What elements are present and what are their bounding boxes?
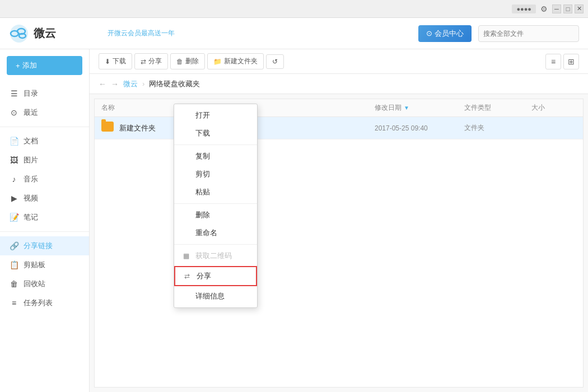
logo-text: 微云 <box>34 26 56 41</box>
ctx-open-label: 打开 <box>195 110 210 120</box>
member-center-button[interactable]: ⊙ 会员中心 <box>418 25 472 42</box>
member-icon: ⊙ <box>426 29 432 38</box>
ctx-detail-label: 详细信息 <box>195 291 225 301</box>
ctx-share-icon: ⇄ <box>184 272 192 280</box>
trash-icon: 🗑 <box>9 279 19 288</box>
sidebar-item-music[interactable]: ♪ 音乐 <box>0 170 89 189</box>
share-link-icon: 🔗 <box>9 241 19 250</box>
sidebar-item-clipboard[interactable]: 📋 剪贴板 <box>0 255 89 274</box>
settings-area: ⚙ <box>540 4 548 13</box>
settings-icon[interactable]: ⚙ <box>540 4 548 13</box>
breadcrumb-root[interactable]: 微云 <box>123 79 138 89</box>
catalog-icon: ☰ <box>9 89 19 98</box>
search-input[interactable] <box>478 25 579 42</box>
title-bar: ●●●● ⚙ ─ □ ✕ <box>0 0 588 18</box>
download-button[interactable]: ⬇ 下载 <box>99 53 132 69</box>
breadcrumb-separator: › <box>142 80 144 88</box>
video-icon: ▶ <box>9 194 19 203</box>
file-type: 文件夹 <box>464 123 531 133</box>
logo-icon <box>9 24 29 44</box>
sidebar-item-notes[interactable]: 📝 笔记 <box>0 208 89 227</box>
view-toggle: ≡ ⊞ <box>545 54 579 69</box>
ctx-paste-label: 粘贴 <box>195 187 210 197</box>
sidebar-divider-2 <box>0 231 89 232</box>
ctx-qrcode-label: 获取二维码 <box>195 251 232 261</box>
header-date[interactable]: 修改日期 ▼ <box>375 103 464 113</box>
add-label: 添加 <box>22 60 37 71</box>
file-list: 名称 修改日期 ▼ 文件类型 大小 新建文件夹 2017-05-25 09:40… <box>94 99 584 388</box>
member-label: 会员中心 <box>435 29 464 39</box>
clipboard-icon: 📋 <box>9 260 19 269</box>
sidebar-docs-label: 文档 <box>24 136 38 146</box>
ctx-share[interactable]: ⇄ 分享 <box>174 266 257 286</box>
sidebar-item-trash[interactable]: 🗑 回收站 <box>0 274 89 293</box>
back-button[interactable]: ← <box>99 80 106 88</box>
ctx-rename[interactable]: 重命名 <box>174 224 257 242</box>
ctx-delete-label: 删除 <box>195 210 210 220</box>
new-folder-button[interactable]: 📁 新建文件夹 <box>207 53 264 69</box>
ctx-open[interactable]: 打开 <box>174 106 257 124</box>
download-label: 下载 <box>113 57 126 66</box>
sidebar-divider-1 <box>0 127 89 127</box>
docs-icon: 📄 <box>9 137 19 146</box>
header-type: 文件类型 <box>464 103 531 113</box>
toolbar: ⬇ 下载 ⇄ 分享 🗑 删除 📁 新建文件夹 ↺ ≡ ⊞ <box>90 49 588 74</box>
sidebar-item-recent[interactable]: ⊙ 最近 <box>0 103 89 122</box>
ctx-cut[interactable]: 剪切 <box>174 165 257 183</box>
delete-button[interactable]: 🗑 删除 <box>170 53 205 69</box>
share-button[interactable]: ⇄ 分享 <box>134 53 168 69</box>
sidebar-item-tasks[interactable]: ≡ 任务列表 <box>0 293 89 312</box>
avatar-area: ●●●● <box>512 4 536 13</box>
sort-icon: ▼ <box>404 105 409 111</box>
sidebar-item-share[interactable]: 🔗 分享链接 <box>0 236 89 255</box>
share-icon: ⇄ <box>141 58 146 66</box>
logo-area: 微云 <box>9 24 99 44</box>
add-icon: + <box>16 62 20 70</box>
sidebar-clipboard-label: 剪贴板 <box>24 260 45 270</box>
ctx-paste[interactable]: 粘贴 <box>174 183 257 201</box>
sidebar-item-catalog[interactable]: ☰ 目录 <box>0 84 89 103</box>
context-menu: 打开 下载 复制 剪切 粘贴 删除 重命名 ▦ 获取二维码 ⇄ 分享 详细信息 <box>174 104 258 308</box>
minimize-button[interactable]: ─ <box>552 4 561 13</box>
ctx-download[interactable]: 下载 <box>174 124 257 142</box>
ctx-qrcode[interactable]: ▦ 获取二维码 <box>174 247 257 265</box>
sidebar: + 添加 ☰ 目录 ⊙ 最近 📄 文档 🖼 图片 ♪ 音乐 ▶ 视频 📝 <box>0 49 90 392</box>
refresh-button[interactable]: ↺ <box>266 54 284 69</box>
sidebar-tasks-label: 任务列表 <box>24 298 53 308</box>
sidebar-notes-label: 笔记 <box>24 212 38 222</box>
add-button[interactable]: + 添加 <box>7 56 82 75</box>
grid-view-button[interactable]: ⊞ <box>563 54 579 69</box>
forward-button[interactable]: → <box>111 80 119 88</box>
ctx-delete[interactable]: 删除 <box>174 206 257 224</box>
ctx-detail[interactable]: 详细信息 <box>174 287 257 305</box>
table-row[interactable]: 新建文件夹 2017-05-25 09:40 文件夹 <box>95 117 583 139</box>
download-icon: ⬇ <box>105 58 110 66</box>
new-folder-label: 新建文件夹 <box>224 57 258 66</box>
ctx-copy[interactable]: 复制 <box>174 147 257 165</box>
music-icon: ♪ <box>9 175 19 184</box>
sidebar-video-label: 视频 <box>24 193 38 203</box>
sidebar-trash-label: 回收站 <box>24 279 45 289</box>
ctx-rename-label: 重命名 <box>195 228 217 238</box>
new-folder-icon: 📁 <box>213 58 222 66</box>
notes-icon: 📝 <box>9 213 19 222</box>
promo-text: 开微云会员最高送一年 <box>108 29 418 38</box>
ctx-copy-label: 复制 <box>195 151 210 161</box>
window-controls: ─ □ ✕ <box>552 4 584 13</box>
images-icon: 🖼 <box>9 156 19 165</box>
close-button[interactable]: ✕ <box>575 4 584 13</box>
list-view-button[interactable]: ≡ <box>545 54 561 69</box>
tasks-icon: ≡ <box>9 298 19 307</box>
sidebar-share-label: 分享链接 <box>24 241 53 251</box>
maximize-button[interactable]: □ <box>563 4 572 13</box>
sidebar-item-images[interactable]: 🖼 图片 <box>0 151 89 170</box>
share-label: 分享 <box>148 57 162 66</box>
sidebar-item-docs[interactable]: 📄 文档 <box>0 132 89 151</box>
file-date: 2017-05-25 09:40 <box>375 124 464 132</box>
ctx-separator-1 <box>174 144 257 145</box>
sidebar-item-video[interactable]: ▶ 视频 <box>0 189 89 208</box>
sidebar-music-label: 音乐 <box>24 174 38 184</box>
ctx-separator-3 <box>174 244 257 245</box>
ctx-share-label: 分享 <box>197 271 211 281</box>
breadcrumb: ← → 微云 › 网络硬盘收藏夹 <box>90 74 588 94</box>
